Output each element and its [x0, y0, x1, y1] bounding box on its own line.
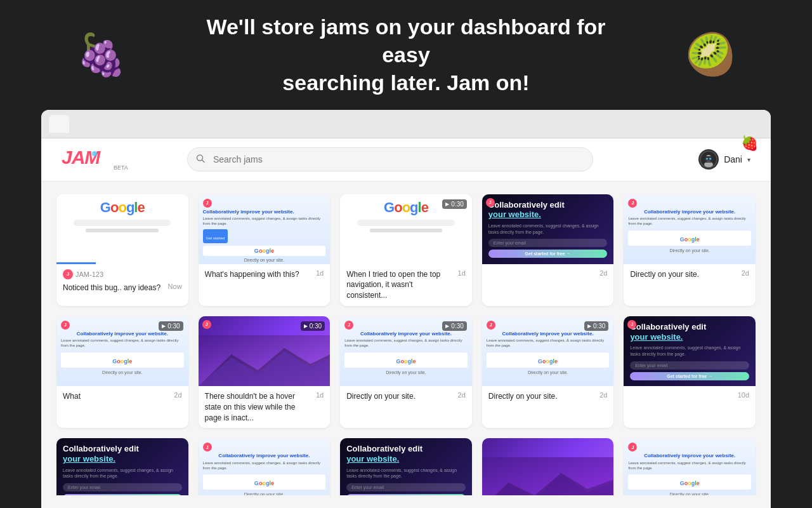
jam-card[interactable]: J Collaboratively improve your website. … [624, 438, 756, 495]
jam-card[interactable]: J Collaboratively improve your website. … [199, 438, 331, 495]
jam-grid-area: Google J JAM-123 Noticed this bug.. any … [41, 182, 771, 495]
browser-tab-active[interactable] [49, 115, 69, 133]
banner-text: We'll store jams on your dashboard for e… [184, 13, 628, 97]
jam-card[interactable]: J Collaboratively improve your website. … [340, 316, 472, 428]
app-header: JAM BETA [41, 138, 771, 182]
kiwi-emoji: 🥝 [685, 31, 736, 79]
svg-text:JAM: JAM [62, 147, 101, 168]
jam-card[interactable]: Here is a thought about your web [482, 438, 614, 495]
jam-card[interactable]: J [199, 316, 331, 428]
jam-card[interactable]: J Collaboratively improve your website. … [624, 194, 756, 306]
card-title: When I tried to open the top navigation,… [346, 269, 454, 301]
jam-card[interactable]: J Collaboratively edityour website. Leav… [624, 316, 756, 428]
jam-card[interactable]: Collaboratively edityour website. Leave … [340, 438, 472, 495]
user-name-label: Dani [724, 154, 742, 164]
chevron-down-icon: ▾ [747, 156, 750, 163]
duration-badge: ▶ 0:30 [301, 321, 325, 331]
card-time: 2d [599, 391, 607, 399]
jam-card[interactable]: J Collaboratively improve your website. … [482, 316, 614, 428]
jam-card[interactable]: Collaboratively edityour website. Leave … [56, 438, 188, 495]
card-time: 1d [458, 269, 466, 277]
jam-card[interactable]: Google J JAM-123 Noticed this bug.. any … [56, 194, 188, 306]
user-area[interactable]: Dani ▾ [698, 149, 750, 170]
card-title: What [63, 391, 170, 402]
app-window: 🍓 JAM BETA [41, 110, 771, 508]
card-time: 2d [458, 391, 466, 399]
browser-strawberry-icon: 🍓 [741, 135, 758, 152]
search-bar-container [187, 147, 593, 171]
svg-point-1 [92, 151, 97, 156]
card-title: Directly on your site. [346, 391, 454, 402]
card-time: 1d [316, 391, 324, 399]
top-banner: 🍇 We'll store jams on your dashboard for… [0, 0, 812, 110]
duration-badge: ▶ 0:30 [442, 199, 466, 209]
svg-line-3 [202, 160, 204, 163]
card-title: What's happening with this? [205, 269, 312, 280]
jam-card[interactable]: J Collaboratively improve your website. … [199, 194, 331, 306]
card-title: Noticed this bug.. any ideas? [63, 283, 164, 293]
jam-logo-svg: JAM [62, 146, 112, 169]
card-time: 2d [599, 269, 607, 277]
svg-point-10 [709, 158, 711, 160]
card-time: 2d [742, 269, 749, 277]
card-time: 1d [316, 269, 324, 277]
svg-rect-11 [707, 161, 710, 162]
jam-card[interactable]: J Collaboratively edityour website. Leav… [482, 194, 614, 306]
card-time: Now [168, 283, 182, 290]
card-time: 2d [174, 391, 181, 399]
jam-id-badge: J JAM-123 [63, 269, 103, 279]
duration-badge: ▶ 0:30 [159, 321, 183, 331]
duration-badge: ▶ 0:30 [442, 321, 466, 331]
card-title: Directly on your site. [488, 391, 596, 402]
card-title: There shouldn't be a hover state on this… [205, 391, 312, 423]
browser-chrome: 🍓 [41, 110, 771, 138]
card-time: 10d [738, 391, 749, 399]
jam-card[interactable]: J Collaboratively improve your website. … [56, 316, 188, 428]
jam-card[interactable]: Google ▶ 0:30 When I tried to open the t… [340, 194, 472, 306]
jam-logo[interactable]: JAM BETA [62, 146, 128, 173]
jam-grid: Google J JAM-123 Noticed this bug.. any … [56, 194, 756, 495]
search-icon [196, 154, 205, 165]
duration-badge: ▶ 0:30 [584, 321, 608, 331]
svg-point-9 [706, 158, 708, 160]
avatar [698, 149, 719, 170]
browser-tab-inactive[interactable] [74, 115, 95, 133]
card-title: Directly on your site. [630, 269, 737, 280]
grape-emoji: 🍇 [76, 31, 127, 79]
search-input[interactable] [187, 147, 593, 171]
